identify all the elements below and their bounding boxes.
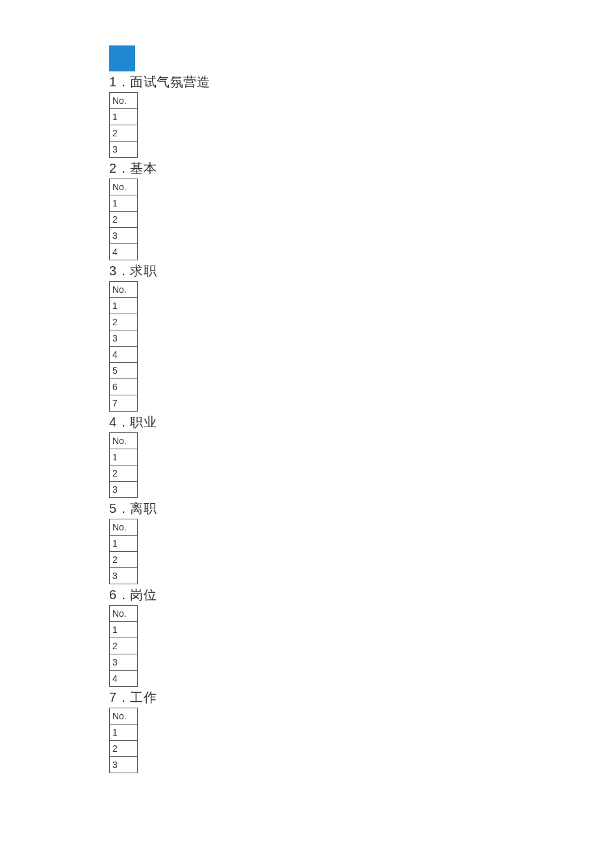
section-title-1: 1．面试气氛营造	[109, 73, 614, 91]
row-number: 3	[110, 228, 138, 244]
table-row: 2	[110, 741, 138, 757]
no-header: No.	[110, 606, 138, 622]
document-page: 1．面试气氛营造 No. 1 2 3 2．基本 No. 1 2 3 4 3．求职…	[0, 0, 614, 868]
no-header: No.	[110, 179, 138, 195]
table-row: 1	[110, 298, 138, 314]
row-number: 5	[110, 363, 138, 379]
table-row: No.	[110, 708, 138, 725]
table-row: 2	[110, 465, 138, 482]
table-row: 2	[110, 552, 138, 568]
table-row: 1	[110, 449, 138, 465]
table-row: 3	[110, 228, 138, 244]
table-row: 1	[110, 109, 138, 125]
no-header: No.	[110, 93, 138, 109]
table-row: 4	[110, 671, 138, 687]
section-title-7: 7．工作	[109, 688, 614, 706]
row-number: 1	[110, 622, 138, 638]
row-number: 2	[110, 465, 138, 482]
table-row: 1	[110, 622, 138, 638]
table-row: 4	[110, 244, 138, 260]
section-title-4: 4．职业	[109, 413, 614, 431]
row-number: 3	[110, 330, 138, 347]
table-section-2: No. 1 2 3 4	[109, 179, 138, 260]
no-header: No.	[110, 519, 138, 536]
table-row: 2	[110, 638, 138, 654]
table-row: 3	[110, 654, 138, 671]
table-row: 3	[110, 330, 138, 347]
row-number: 3	[110, 568, 138, 584]
row-number: 2	[110, 741, 138, 757]
row-number: 3	[110, 757, 138, 773]
no-header: No.	[110, 282, 138, 298]
row-number: 7	[110, 395, 138, 412]
row-number: 3	[110, 482, 138, 498]
table-row: 3	[110, 142, 138, 158]
section-title-2: 2．基本	[109, 159, 614, 177]
row-number: 4	[110, 347, 138, 363]
table-row: 3	[110, 482, 138, 498]
table-section-3: No. 1 2 3 4 5 6 7	[109, 281, 138, 412]
table-row: 6	[110, 379, 138, 395]
row-number: 4	[110, 244, 138, 260]
table-row: 1	[110, 195, 138, 212]
no-header: No.	[110, 433, 138, 449]
table-section-4: No. 1 2 3	[109, 432, 138, 498]
table-row: No.	[110, 282, 138, 298]
row-number: 1	[110, 449, 138, 465]
table-row: 2	[110, 314, 138, 330]
section-title-6: 6．岗位	[109, 586, 614, 604]
row-number: 2	[110, 314, 138, 330]
table-section-5: No. 1 2 3	[109, 519, 138, 584]
table-row: No.	[110, 179, 138, 195]
table-row: No.	[110, 433, 138, 449]
table-row: No.	[110, 93, 138, 109]
table-section-6: No. 1 2 3 4	[109, 605, 138, 687]
table-row: 7	[110, 395, 138, 412]
table-row: 4	[110, 347, 138, 363]
table-section-7: No. 1 2 3	[109, 708, 138, 773]
row-number: 2	[110, 125, 138, 142]
table-row: 5	[110, 363, 138, 379]
table-row: 1	[110, 536, 138, 552]
table-row: 1	[110, 725, 138, 741]
table-row: 3	[110, 757, 138, 773]
row-number: 3	[110, 142, 138, 158]
row-number: 1	[110, 536, 138, 552]
section-title-5: 5．离职	[109, 499, 614, 517]
row-number: 2	[110, 638, 138, 654]
table-row: No.	[110, 519, 138, 536]
row-number: 2	[110, 552, 138, 568]
table-row: 2	[110, 212, 138, 228]
blue-square-icon	[109, 45, 135, 71]
row-number: 1	[110, 109, 138, 125]
no-header: No.	[110, 708, 138, 725]
row-number: 1	[110, 725, 138, 741]
row-number: 6	[110, 379, 138, 395]
table-row: No.	[110, 606, 138, 622]
section-title-3: 3．求职	[109, 262, 614, 280]
row-number: 1	[110, 195, 138, 212]
table-row: 2	[110, 125, 138, 142]
row-number: 1	[110, 298, 138, 314]
table-section-1: No. 1 2 3	[109, 92, 138, 158]
table-row: 3	[110, 568, 138, 584]
row-number: 4	[110, 671, 138, 687]
row-number: 2	[110, 212, 138, 228]
row-number: 3	[110, 654, 138, 671]
